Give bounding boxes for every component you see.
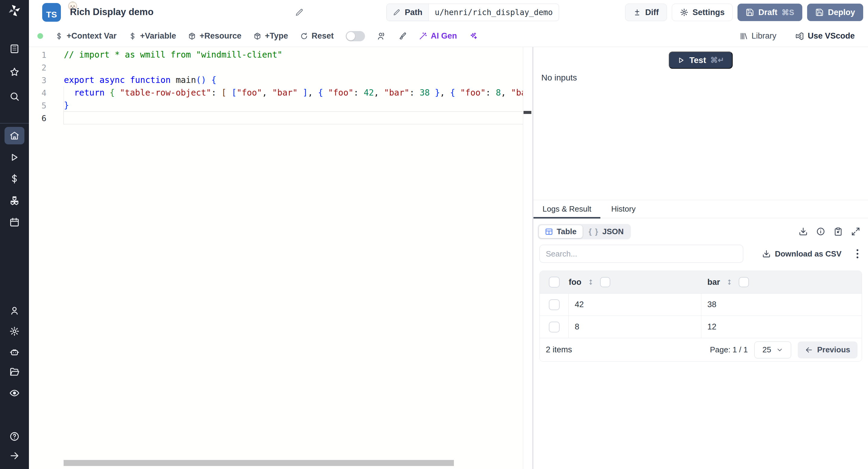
format-brush-button[interactable]: [398, 32, 407, 40]
column-filter-checkbox[interactable]: [739, 277, 749, 287]
reset-button[interactable]: Reset: [300, 31, 334, 41]
tab-logs-and-result[interactable]: Logs & Result: [533, 200, 600, 218]
code-text[interactable]: return { "table-row-object": [ ["foo", "…: [64, 87, 523, 99]
pencil-icon: [393, 8, 401, 16]
arrow-left-icon: [805, 346, 813, 354]
table-row[interactable]: 812: [540, 316, 862, 338]
collaborators-button[interactable]: [377, 32, 386, 41]
sidebar-item-audit-logs[interactable]: [0, 386, 29, 400]
sidebar-item-folders[interactable]: [0, 366, 29, 379]
use-vscode-button[interactable]: Use VScode: [795, 31, 855, 41]
path-label: Path: [405, 8, 423, 17]
page-title: Rich Display demo: [70, 7, 153, 18]
edit-summary-pencil-icon[interactable]: [295, 8, 304, 18]
code-lines[interactable]: 1// import * as wmill from "windmill-cli…: [29, 49, 523, 124]
ruler-cursor-mark: [524, 111, 531, 114]
topbar: TS Rich Display demo Path u/henri/rich_d…: [29, 0, 868, 25]
code-line[interactable]: 2: [29, 61, 523, 74]
code-text[interactable]: export async function main() {: [64, 74, 523, 87]
table-row[interactable]: 4238: [540, 293, 862, 316]
sidebar-item-resources[interactable]: [0, 194, 29, 207]
users-icon: [377, 32, 386, 41]
sidebar-item-user[interactable]: [0, 304, 29, 317]
download-csv-button[interactable]: Download as CSV: [762, 249, 841, 259]
expand-fullscreen-icon[interactable]: [851, 227, 860, 236]
table-menu-kebab-icon[interactable]: [855, 248, 860, 259]
select-all-checkbox[interactable]: [549, 277, 560, 287]
sidebar-item-workers-robot[interactable]: [0, 345, 29, 359]
sort-icon[interactable]: [725, 278, 733, 286]
path-value[interactable]: u/henri/rich_display_demo: [429, 4, 559, 21]
add-type-button[interactable]: +Type: [253, 31, 288, 41]
table-footer: 2 items Page: 1 / 1 25 Previous: [540, 338, 862, 362]
sidebar-item-home[interactable]: [0, 129, 29, 142]
scrollbar-thumb[interactable]: [64, 460, 454, 466]
horizontal-scrollbar[interactable]: [29, 460, 523, 466]
code-text[interactable]: // import * as wmill from "windmill-clie…: [64, 49, 523, 61]
sidebar-item-workspace[interactable]: [0, 42, 29, 56]
column-header-foo[interactable]: foo: [569, 278, 581, 287]
code-line[interactable]: 6: [29, 112, 523, 124]
add-resource-button[interactable]: +Resource: [188, 31, 241, 41]
result-table: foo bar 4238812 2 items: [539, 271, 862, 362]
diff-icon: [633, 8, 641, 16]
cell-foo: 8: [569, 316, 701, 338]
add-variable-button[interactable]: +Variable: [129, 31, 176, 41]
line-number: 5: [29, 101, 46, 110]
diff-button[interactable]: Diff: [625, 4, 667, 21]
code-line[interactable]: 5}: [29, 99, 523, 112]
assistant-status-dot: [37, 33, 43, 39]
library-button[interactable]: Library: [739, 31, 776, 41]
result-tabs: Logs & Result History: [533, 200, 868, 218]
overview-ruler[interactable]: [523, 47, 532, 469]
sidebar-item-variables[interactable]: [0, 172, 29, 185]
sidebar-item-help[interactable]: [0, 430, 29, 443]
download-result-icon[interactable]: [799, 227, 808, 236]
view-json-option[interactable]: { } JSON: [583, 225, 629, 238]
line-number: 4: [29, 88, 46, 98]
path-field[interactable]: Path u/henri/rich_display_demo: [386, 4, 559, 21]
test-button[interactable]: Test ⌘↵: [669, 52, 733, 69]
right-panel: Test ⌘↵ No inputs Logs & Result History …: [533, 47, 868, 469]
ai-gen-button[interactable]: AI Gen: [418, 31, 457, 41]
settings-button[interactable]: Settings: [672, 4, 733, 21]
code-line[interactable]: 3export async function main() {: [29, 74, 523, 87]
dollar-icon: [129, 32, 136, 40]
code-line[interactable]: 1// import * as wmill from "windmill-cli…: [29, 49, 523, 61]
add-context-var-button[interactable]: +Context Var: [55, 31, 117, 41]
test-section: Test ⌘↵ No inputs: [533, 47, 868, 200]
sidebar-item-favorites[interactable]: [0, 65, 29, 79]
previous-page-button[interactable]: Previous: [798, 342, 858, 358]
path-label-section: Path: [387, 4, 429, 21]
column-filter-checkbox[interactable]: [600, 277, 610, 287]
package-icon: [253, 32, 261, 40]
draft-button[interactable]: Draft ⌘S: [738, 4, 802, 21]
view-table-option[interactable]: Table: [539, 225, 583, 238]
result-view-toggle: Table { } JSON: [538, 224, 631, 239]
deploy-button[interactable]: Deploy: [807, 4, 863, 21]
sidebar-item-runs[interactable]: [0, 151, 29, 164]
code-editor[interactable]: 1// import * as wmill from "windmill-cli…: [29, 47, 532, 469]
assistant-toggle[interactable]: [346, 31, 365, 41]
table-search-input[interactable]: [539, 245, 743, 263]
sidebar-item-settings[interactable]: [0, 324, 29, 338]
row-checkbox[interactable]: [549, 322, 560, 333]
info-icon[interactable]: [816, 227, 825, 236]
code-text[interactable]: }: [64, 99, 523, 112]
chevron-down-icon: [776, 346, 783, 353]
tab-history[interactable]: History: [600, 200, 647, 218]
copy-to-clipboard-icon[interactable]: [834, 227, 843, 236]
sidebar-collapse-arrow[interactable]: [0, 449, 29, 462]
line-number: 1: [29, 50, 46, 60]
column-header-bar[interactable]: bar: [707, 278, 720, 287]
windmill-logo-icon[interactable]: [0, 4, 29, 18]
row-checkbox[interactable]: [549, 299, 560, 310]
page-size-select[interactable]: 25: [754, 342, 791, 358]
sparkles-button[interactable]: [469, 32, 477, 40]
sidebar-item-search[interactable]: [0, 90, 29, 103]
cell-foo: 42: [569, 293, 701, 316]
sort-icon[interactable]: [587, 278, 595, 286]
sidebar-item-schedules[interactable]: [0, 216, 29, 229]
code-line[interactable]: 4 return { "table-row-object": [ ["foo",…: [29, 87, 523, 99]
sparkles-icon: [469, 32, 477, 40]
